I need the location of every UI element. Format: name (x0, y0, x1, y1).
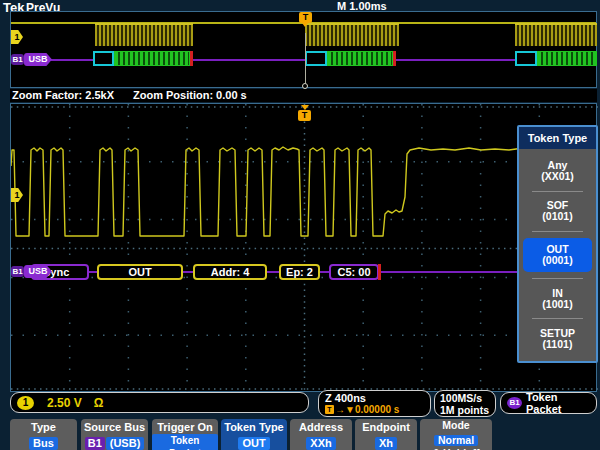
channel1-marker: 1 (11, 30, 23, 44)
softkey-type[interactable]: Type Bus (10, 419, 77, 450)
trigger-delay-readout: T →▼ 0.00000 s (325, 404, 430, 415)
usb-bus-label: USB (24, 53, 52, 66)
channel1-scale: 2.50 V (47, 396, 82, 410)
overview-window: 1 B1 USB T (10, 11, 597, 88)
bus-trigger-readout-box: B1 Token Packet (500, 392, 597, 414)
softkey-token-type[interactable]: Token Type OUT (221, 419, 287, 450)
channel1-coupling: Ω (94, 396, 104, 410)
decode-crc5-field: C5: 00 (329, 264, 379, 280)
decode-end-mark (190, 51, 193, 66)
zoom-scale-readout-box: Z 400ns T →▼ 0.00000 s (318, 390, 431, 417)
zoom-waveform-window: T 1 Sync OUT Addr: 4 Ep: 2 C5: 00 B1 USB (10, 103, 597, 392)
record-length: 1M points (440, 404, 495, 416)
menu-item-any[interactable]: Any (XX01) (523, 157, 592, 185)
oscilloscope-screen: Tek PreVu M 1.00ms 1 B1 USB T Zoom Facto… (0, 0, 600, 450)
bus1-badge: B1 (85, 437, 105, 450)
zoom-position-readout: Zoom Position: 0.00 s (133, 89, 247, 101)
decode-end-mark (378, 264, 381, 280)
token-type-side-menu: Token Type Any (XX01) SOF (0101) OUT (00… (517, 125, 598, 363)
menu-item-sof[interactable]: SOF (0101) (523, 197, 592, 225)
acquisition-readout-box: 100MS/s 1M points (434, 390, 496, 417)
ch1-burst (95, 23, 193, 46)
usb-bus-label: USB (24, 265, 52, 278)
bus1-badge: B1 (11, 266, 24, 277)
bus1-badge: B1 (11, 54, 24, 65)
menu-separator (532, 318, 583, 319)
decode-sync-block (93, 51, 114, 66)
menu-item-out[interactable]: OUT (0001) (523, 238, 592, 272)
zoom-factor-readout: Zoom Factor: 2.5kX (12, 89, 114, 101)
trigger-icon: T (325, 405, 334, 414)
graticule-and-waveform (11, 104, 598, 393)
sample-rate: 100MS/s (440, 392, 495, 404)
trigger-point-marker: T (298, 105, 311, 121)
menu-item-setup[interactable]: SETUP (1101) (523, 325, 592, 353)
delay-value: 0.00000 s (355, 404, 400, 415)
channel1-readout-box: 1 2.50 V Ω (10, 392, 309, 413)
menu-separator (532, 191, 583, 192)
decode-endpoint-field: Ep: 2 (279, 264, 320, 280)
softkey-address[interactable]: Address XXh (290, 419, 352, 450)
softkey-endpoint[interactable]: Endpoint Xh (355, 419, 417, 450)
decode-sync-block (515, 51, 537, 66)
softkey-source-bus[interactable]: Source Bus B1(USB) (81, 419, 148, 450)
menu-separator (532, 278, 583, 279)
ch1-waveform (11, 147, 588, 236)
decode-sync-block (305, 51, 327, 66)
ch1-burst (515, 23, 597, 46)
zoom-info-bar: Zoom Factor: 2.5kX Zoom Position: 0.00 s (10, 89, 597, 102)
decode-data-block (327, 51, 393, 66)
decode-end-mark (393, 51, 396, 66)
softkey-mode[interactable]: Mode Normal & Holdoff (420, 419, 492, 450)
decode-token-field: OUT (97, 264, 183, 280)
decode-address-field: Addr: 4 (193, 264, 267, 280)
menu-item-in[interactable]: IN (1001) (523, 285, 592, 313)
bus1-badge: B1 (507, 397, 522, 409)
bus-trigger-label: Token Packet (526, 391, 596, 415)
trigger-position-line (305, 33, 306, 83)
trigger-position-marker[interactable]: T (299, 12, 312, 23)
zoom-scale: Z 400ns (325, 392, 430, 404)
delay-arrows-icon: →▼ (335, 404, 355, 415)
ch1-burst (305, 23, 399, 46)
channel1-badge: 1 (17, 396, 34, 410)
decode-data-block (537, 51, 597, 66)
menu-separator (532, 231, 583, 232)
decode-data-block (114, 51, 190, 66)
softkey-trigger-on[interactable]: Trigger On Token Packet (152, 419, 218, 450)
side-menu-title: Token Type (519, 127, 596, 149)
